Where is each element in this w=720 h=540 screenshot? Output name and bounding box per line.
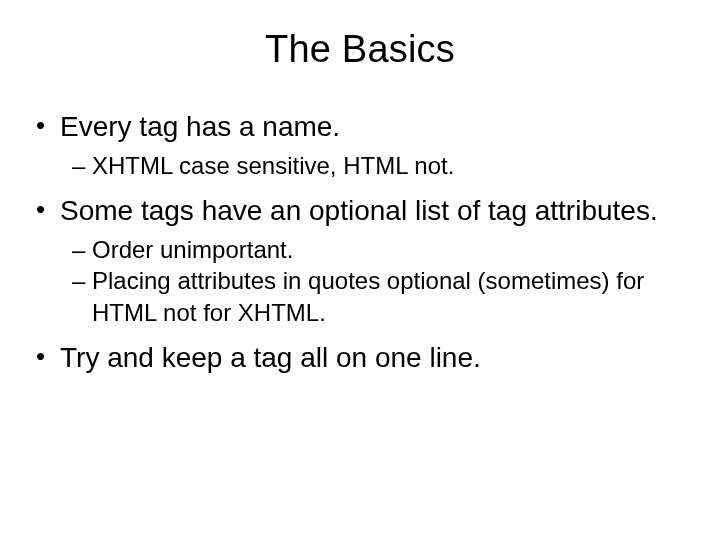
slide-title: The Basics [30, 28, 690, 71]
sub-list-item: Placing attributes in quotes optional (s… [60, 265, 690, 327]
list-item: Some tags have an optional list of tag a… [30, 193, 690, 328]
sub-list: Order unimportant. Placing attributes in… [60, 234, 690, 328]
sub-list-item: XHTML case sensitive, HTML not. [60, 150, 690, 181]
list-item-text: Every tag has a name. [60, 111, 340, 142]
sub-list: XHTML case sensitive, HTML not. [60, 150, 690, 181]
bullet-list: Every tag has a name. XHTML case sensiti… [30, 109, 690, 375]
list-item-text: Try and keep a tag all on one line. [60, 342, 481, 373]
list-item: Every tag has a name. XHTML case sensiti… [30, 109, 690, 181]
sub-list-item: Order unimportant. [60, 234, 690, 265]
list-item-text: Some tags have an optional list of tag a… [60, 195, 658, 226]
list-item: Try and keep a tag all on one line. [30, 340, 690, 375]
